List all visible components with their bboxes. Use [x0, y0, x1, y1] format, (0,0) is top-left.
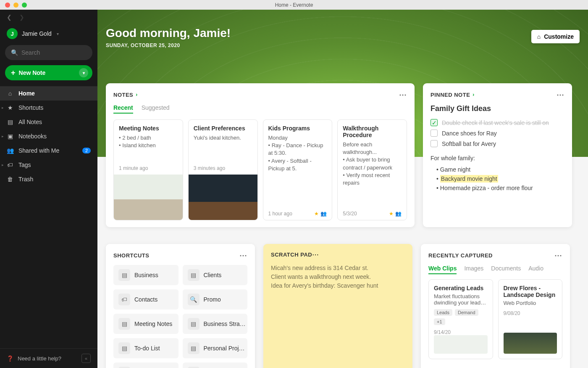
note-foot: 1 minute ago: [114, 162, 183, 175]
sidebar-item-all-notes[interactable]: ▤All Notes: [0, 115, 97, 129]
recently-captured-widget: RECENTLY CAPTURED ⋯ Web ClipsImagesDocum…: [421, 244, 570, 368]
pinned-note-widget: PINNED NOTE › ⋯ Family Gift Ideas ✓Doubl…: [423, 83, 572, 227]
shortcut-item[interactable]: ▤To-do List: [113, 338, 178, 358]
captured-card[interactable]: Drew Flores - Landscape DesignWeb Portfo…: [498, 279, 563, 359]
help-icon: ❓: [7, 355, 13, 362]
rc-tab-documents[interactable]: Documents: [491, 265, 521, 274]
tag-icon: 🏷: [7, 161, 13, 168]
window-title: Home - Evernote: [0, 2, 588, 8]
shortcut-item[interactable]: 🏷Leads: [183, 363, 248, 368]
sidebar-item-shared-with-me[interactable]: 👥Shared with Me2: [0, 143, 97, 158]
shortcut-item[interactable]: ▤Business: [113, 265, 178, 285]
checklist-item[interactable]: Dance shoes for Ray: [430, 128, 564, 138]
notes-widget-title[interactable]: NOTES ›: [113, 92, 138, 98]
nav-forward-icon[interactable]: ❯: [19, 14, 24, 21]
sidebar-item-label: Trash: [18, 176, 33, 183]
pinned-widget-title[interactable]: PINNED NOTE ›: [430, 92, 475, 98]
captured-snippet: Web Portfolio: [504, 300, 557, 306]
note-snippet: Monday• Ray - Dance - Pickup at 5:30.• A…: [268, 134, 327, 172]
pinned-more-button[interactable]: ⋯: [556, 90, 564, 99]
note-icon: ▤: [118, 269, 130, 281]
checklist-item[interactable]: ✓Double check if last week's sale is sti…: [430, 117, 564, 128]
note-title: Kids Programs: [268, 125, 327, 132]
shortcut-item[interactable]: 🔍Maui: [113, 363, 178, 368]
shortcut-item[interactable]: ▤Clients: [183, 265, 248, 285]
nav-back-icon[interactable]: ❮: [7, 14, 12, 21]
note-card[interactable]: Meeting Notes• 2 bed / bath• Island kitc…: [113, 119, 183, 220]
tab-suggested[interactable]: Suggested: [142, 104, 170, 114]
rc-tab-audio[interactable]: Audio: [528, 265, 543, 274]
note-card[interactable]: Kids ProgramsMonday• Ray - Dance - Picku…: [263, 119, 333, 220]
scratch-content[interactable]: Micah's new address is 314 Cedar st.Clie…: [271, 264, 405, 290]
new-note-dropdown[interactable]: ▾: [79, 68, 88, 77]
caret-icon: ▸: [2, 134, 4, 138]
home-icon: ⌂: [7, 90, 13, 97]
captured-title: Generating Leads: [434, 285, 488, 291]
sidebar-item-label: All Notes: [18, 119, 42, 125]
new-note-button[interactable]: + New Note ▾: [5, 65, 92, 80]
note-time: 1 hour ago: [268, 211, 292, 217]
scratch-pad-widget[interactable]: SCRATCH PAD ⋯ Micah's new address is 314…: [263, 244, 412, 368]
titlebar: Home - Evernote: [0, 0, 588, 10]
note-icon: ▤: [118, 342, 130, 354]
rc-tab-web-clips[interactable]: Web Clips: [428, 265, 457, 274]
note-icon: ▤: [188, 269, 200, 281]
window-controls[interactable]: [5, 3, 27, 8]
customize-button[interactable]: ⌂ Customize: [531, 30, 580, 43]
sidebar-item-home[interactable]: ⌂Home: [0, 86, 97, 101]
tab-recent[interactable]: Recent: [113, 104, 133, 114]
note-foot: 3 minutes ago: [189, 162, 257, 175]
checkbox-icon[interactable]: [430, 130, 438, 137]
shortcut-label: Contacts: [134, 296, 158, 303]
notes-more-button[interactable]: ⋯: [399, 90, 407, 99]
note-title: Client Preferences: [194, 125, 252, 132]
shortcuts-more-button[interactable]: ⋯: [239, 251, 247, 260]
search-field[interactable]: [21, 49, 87, 56]
plus-icon: +: [11, 69, 16, 77]
captured-date: 9/14/20: [434, 329, 488, 335]
help-link[interactable]: ❓ Need a little help? «: [0, 348, 97, 368]
scratch-more-button[interactable]: ⋯: [312, 251, 319, 259]
shortcuts-widget: SHORTCUTS ⋯ ▤Business▤Clients🏷Contacts🔍P…: [106, 244, 255, 368]
current-date: SUNDAY, OCTOBER 25, 2020: [106, 42, 231, 48]
search-input[interactable]: 🔍: [5, 45, 92, 60]
shortcut-item[interactable]: ▤Personal Proj…: [183, 338, 248, 358]
recent-more-button[interactable]: ⋯: [554, 251, 562, 260]
chevron-down-icon: ▾: [57, 32, 59, 36]
sidebar-item-label: Shortcuts: [18, 104, 43, 111]
captured-title: Drew Flores - Landscape Design: [504, 285, 557, 298]
shortcut-item[interactable]: 🏷Contacts: [113, 289, 178, 310]
tag-icon: 🏷: [118, 294, 130, 305]
star-icon: ★: [389, 211, 394, 217]
note-thumbnail: [189, 175, 257, 220]
checkbox-icon[interactable]: ✓: [430, 119, 438, 126]
checkbox-icon[interactable]: [430, 140, 438, 147]
note-card[interactable]: Client PreferencesYuki's ideal kitchen.3…: [188, 119, 258, 220]
collapse-sidebar-button[interactable]: «: [81, 354, 91, 363]
sidebar-item-shortcuts[interactable]: ▸★Shortcuts: [0, 101, 97, 115]
nav-list: ⌂Home▸★Shortcuts▤All Notes▸▣Notebooks👥Sh…: [0, 86, 97, 186]
sidebar-item-tags[interactable]: ▸🏷Tags: [0, 158, 97, 172]
captured-card[interactable]: Generating LeadsMarket fluctuations dwin…: [428, 279, 493, 359]
captured-tags: LeadsDemand+1: [434, 309, 488, 325]
sidebar-item-trash[interactable]: 🗑Trash: [0, 172, 97, 186]
minimize-icon[interactable]: [13, 3, 18, 8]
shortcuts-widget-title: SHORTCUTS: [113, 252, 149, 259]
sidebar: ❮ ❯ J Jamie Gold ▾ 🔍 + New Note ▾ ⌂Home▸…: [0, 10, 97, 368]
maximize-icon[interactable]: [22, 3, 27, 8]
shortcut-item[interactable]: ▤Meeting Notes: [113, 314, 178, 334]
shortcut-item[interactable]: 🔍Promo: [183, 289, 248, 310]
close-icon[interactable]: [5, 3, 10, 8]
shortcut-item[interactable]: ▤Business Stra…: [183, 314, 248, 334]
note-snippet: • 2 bed / bath• Island kitchen: [119, 134, 178, 149]
note-card[interactable]: Walkthrough ProcedureBefore each walkthr…: [337, 119, 407, 220]
sidebar-item-label: Home: [18, 90, 35, 97]
rc-tab-images[interactable]: Images: [464, 265, 483, 274]
sidebar-item-notebooks[interactable]: ▸▣Notebooks: [0, 129, 97, 143]
note-thumbnail: [114, 175, 183, 220]
pinned-note-heading: Family Gift Ideas: [430, 104, 564, 113]
sidebar-item-label: Tags: [18, 161, 31, 168]
user-menu[interactable]: J Jamie Gold ▾: [0, 25, 97, 45]
bullet-item: • Homemade pizza - order more flour: [430, 183, 564, 193]
checklist-item[interactable]: Softball bat for Avery: [430, 138, 564, 149]
